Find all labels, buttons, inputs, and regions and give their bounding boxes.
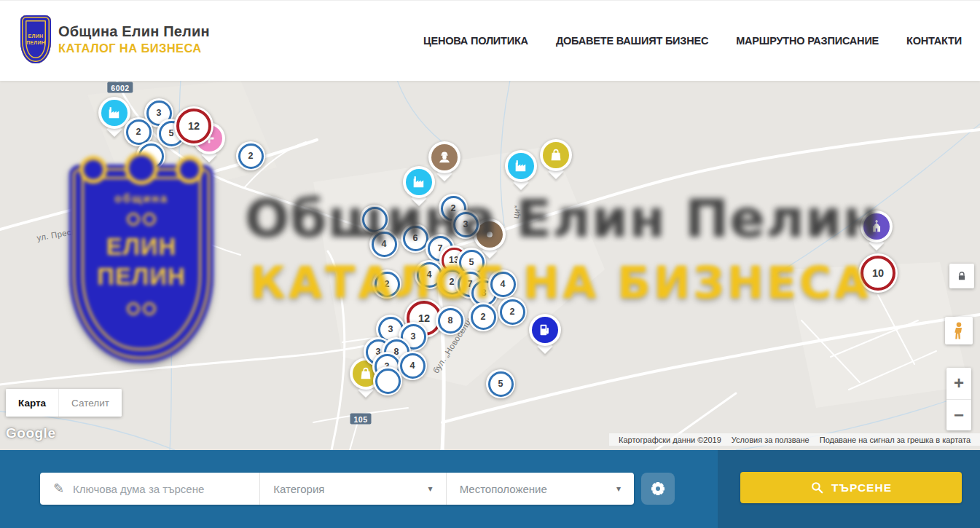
factory-icon [106,105,122,121]
nav-item-pricing[interactable]: ЦЕНОВА ПОЛИТИКА [423,35,528,47]
cluster-count: 2 [500,299,525,325]
cluster-count: 2 [238,143,264,169]
map-pin[interactable] [861,210,893,243]
cluster-count: 6 [403,226,428,251]
map-pin[interactable] [540,139,572,171]
search-bar: ✎ Категория ▾ Местоположение ▾ [0,450,980,528]
cluster-marker[interactable]: 4 [398,351,427,380]
cluster-count: 2 [471,304,496,330]
cluster-count: 2 [126,119,152,145]
site-title: Община Елин Пелин [58,23,210,40]
map-type-map-button[interactable]: Карта [6,389,58,417]
search-button[interactable]: ТЪРСЕНЕ [740,472,962,503]
pin-bubble [861,210,893,243]
cluster-count: 4 [372,232,397,257]
cluster-count: 12 [176,109,211,143]
street-name-label: ул. Преслав [36,225,86,243]
site-subtitle: КАТАЛОГ НА БИЗНЕСА [58,42,210,55]
search-button-label: ТЪРСЕНЕ [831,481,892,494]
chevron-down-icon: ▾ [616,484,621,494]
map-data-copyright: Картографски данни ©2019 [614,436,726,444]
cluster-marker[interactable]: 5 [486,369,515,398]
road-number-label: 6002 [107,82,133,93]
cluster-count: 4 [490,272,516,297]
cluster-count [138,143,164,169]
page: ЕЛИН ПЕЛИН Община Елин Пелин КАТАЛОГ НА … [0,0,980,528]
factory-icon [411,174,427,190]
keyword-input[interactable] [71,482,259,496]
cluster-marker[interactable]: 2 [372,269,401,299]
pin-bubble [529,314,561,346]
cluster-marker[interactable]: 2 [469,302,498,331]
emblem-text: ЕЛИН [28,34,44,39]
cluster-count [362,207,388,232]
engineer-icon [436,149,452,165]
cluster-count: 4 [400,353,426,379]
brand-text: Община Елин Пелин КАТАЛОГ НА БИЗНЕСА [58,23,210,55]
category-dropdown-label: Категория [273,483,428,495]
pin-bubble [540,139,572,171]
map-pin[interactable] [505,150,537,182]
shopping-bag-icon [358,366,374,382]
lock-icon [957,271,967,281]
cluster-marker[interactable]: 2 [498,297,527,326]
pencil-icon: ✎ [53,481,64,497]
cluster-count: 5 [488,371,514,397]
street-view-pegman-button[interactable] [945,317,973,344]
google-logo[interactable]: Google [6,425,55,441]
gear-icon [649,480,667,497]
dot-icon [482,226,498,243]
header: ЕЛИН ПЕЛИН Община Елин Пелин КАТАЛОГ НА … [0,0,980,81]
nav-item-contacts[interactable]: КОНТАКТИ [906,35,962,47]
map-pin[interactable] [428,141,460,173]
street-name-label: ци“ [511,205,522,219]
cluster-marker[interactable]: 3 [451,210,480,239]
map-canvas[interactable]: 3251222364713542278422128333834510600210… [0,80,980,450]
cluster-marker[interactable]: 4 [488,269,517,299]
fuel-icon [537,322,553,338]
advanced-search-button[interactable] [641,473,675,505]
cluster-count: 2 [375,272,400,297]
cluster-count: 10 [861,256,895,291]
zoom-in-button[interactable]: + [946,368,971,400]
cluster-marker[interactable]: 12 [174,106,213,146]
cluster-marker[interactable]: 4 [369,229,399,259]
map-type-control: Карта Сателит [6,389,122,417]
cluster-marker[interactable]: 8 [436,306,465,335]
brand[interactable]: ЕЛИН ПЕЛИН Община Елин Пелин КАТАЛОГ НА … [20,15,210,63]
map-markers-layer: 3251222364713542278422128333834510600210… [0,80,980,450]
pin-bubble [428,141,460,173]
category-dropdown[interactable]: Категория ▾ [259,473,445,505]
keyword-field[interactable]: ✎ [40,473,259,505]
search-fields-panel: ✎ Категория ▾ Местоположение ▾ [40,473,634,505]
cluster-count: 3 [453,212,479,237]
pegman-icon [951,321,967,340]
cluster-marker[interactable]: 10 [858,253,898,293]
emblem-text: ПЕЛИН [26,40,45,45]
search-icon [810,481,824,494]
cluster-count: 8 [438,308,463,334]
main-nav: ЦЕНОВА ПОЛИТИКА ДОБАВЕТЕ ВАШИЯТ БИЗНЕС М… [423,1,962,81]
road-number-label: 105 [350,414,371,425]
municipality-emblem-logo: ЕЛИН ПЕЛИН [20,15,51,63]
pin-bubble [505,150,537,182]
location-dropdown[interactable]: Местоположение ▾ [446,473,634,505]
cluster-marker[interactable]: 2 [236,141,265,170]
map-lock-button[interactable] [949,264,974,288]
report-map-error-link[interactable]: Подаване на сигнал за грешка в картата [815,436,976,444]
cluster-count [375,369,401,394]
map-pin[interactable] [529,314,561,346]
nav-item-add-business[interactable]: ДОБАВЕТЕ ВАШИЯТ БИЗНЕС [556,35,708,47]
location-dropdown-label: Местоположение [460,483,616,495]
map-type-satellite-button[interactable]: Сателит [58,389,122,417]
cluster-marker[interactable] [136,141,165,170]
shopping-bag-icon [548,147,564,163]
nav-item-route-schedule[interactable]: МАРШРУТНО РАЗПИСАНИЕ [736,35,879,47]
terms-of-use-link[interactable]: Условия за ползване [726,436,815,444]
factory-icon [513,158,529,174]
zoom-control: + − [946,368,971,430]
cluster-marker[interactable] [373,366,402,395]
chevron-down-icon: ▾ [428,484,433,494]
zoom-out-button[interactable]: − [946,400,971,431]
map-attribution: Картографски данни ©2019 Условия за полз… [609,433,980,446]
